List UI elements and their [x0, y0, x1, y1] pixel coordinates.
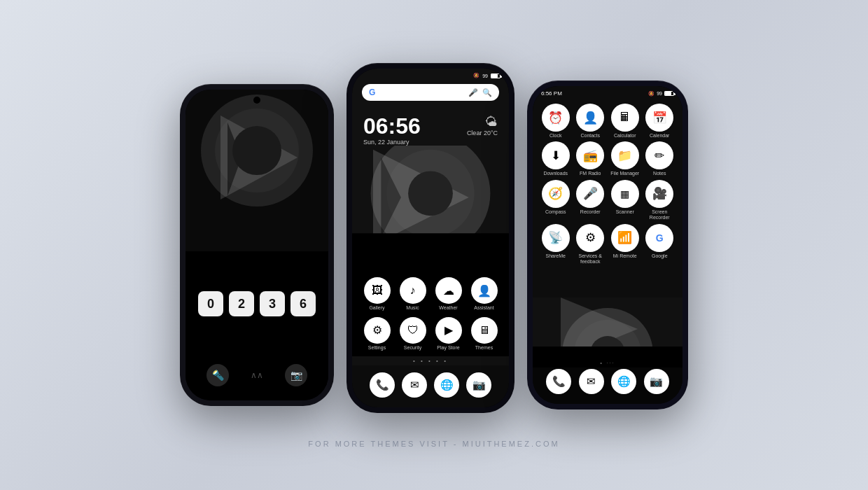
- calculator-label: Calculator: [614, 133, 636, 139]
- settings-icon: ⚙: [364, 317, 391, 344]
- lock-bottom-icons: 🔦 ∧∧ 📷: [186, 364, 328, 386]
- search-bar[interactable]: G 🎤 🔍: [362, 84, 499, 101]
- drawer-signal-icon: 🔕: [648, 91, 654, 97]
- notes-icon: ✏: [645, 141, 673, 169]
- lock-indicator: ∧∧: [251, 370, 263, 380]
- app-services[interactable]: ⚙ Services & feedback: [573, 224, 608, 265]
- app-recorder[interactable]: 🎤 Recorder: [573, 180, 608, 221]
- app-gallery[interactable]: 🖼 Gallery: [360, 277, 394, 311]
- app-music[interactable]: ♪ Music: [396, 277, 430, 311]
- drawer-row-3: 🧭 Compass 🎤 Recorder ▦ Scanner 🎥: [538, 180, 677, 221]
- calculator-icon: 🖩: [611, 104, 639, 132]
- google-app-icon: G: [645, 224, 673, 252]
- weather-temp: Clear 20°C: [467, 130, 498, 136]
- services-icon: ⚙: [576, 224, 604, 252]
- app-scanner[interactable]: ▦ Scanner: [608, 180, 643, 221]
- dock-phone-icon[interactable]: 📞: [370, 372, 395, 398]
- services-label: Services & feedback: [573, 253, 608, 265]
- app-notes[interactable]: ✏ Notes: [643, 141, 678, 176]
- svg-point-5: [232, 126, 281, 175]
- phones-container: 0 2 3 6 🔦 ∧∧ 📷 🔕 99: [180, 77, 688, 413]
- app-calendar[interactable]: 📅 Calendar: [643, 104, 678, 139]
- app-screen-recorder[interactable]: 🎥 Screen Recorder: [643, 180, 678, 221]
- downloads-icon: ⬇: [542, 141, 570, 169]
- svg-point-11: [408, 171, 453, 216]
- playstore-icon: ▶: [435, 317, 462, 344]
- filemanager-label: File Manager: [610, 171, 639, 176]
- compass-label: Compass: [545, 209, 566, 215]
- themes-label: Themes: [475, 345, 493, 351]
- phone-right: 6:56 PM 🔕 99 ⏰ Clock: [527, 80, 688, 410]
- home-abstract: [352, 146, 509, 273]
- drawer-screen: 6:56 PM 🔕 99 ⏰ Clock: [533, 86, 682, 404]
- app-compass[interactable]: 🧭 Compass: [538, 180, 573, 221]
- assistant-icon: 👤: [471, 277, 498, 304]
- app-contacts[interactable]: 👤 Contacts: [573, 104, 608, 139]
- recorder-label: Recorder: [580, 209, 601, 215]
- dock-messages-icon[interactable]: ✉: [402, 372, 427, 398]
- app-fmradio[interactable]: 📻 FM Radio: [573, 141, 608, 176]
- home-weather: 🌤 Clear 20°C: [467, 115, 498, 136]
- app-weather[interactable]: ☁ Weather: [432, 277, 465, 311]
- app-themes[interactable]: 🖥 Themes: [468, 317, 501, 351]
- dock-browser-icon[interactable]: 🌐: [434, 372, 459, 398]
- downloads-label: Downloads: [543, 171, 568, 176]
- app-playstore[interactable]: ▶ Play Store: [432, 317, 465, 351]
- app-shareme[interactable]: 📡 ShareMe: [538, 224, 573, 265]
- fmradio-icon: 📻: [576, 141, 604, 169]
- app-clock[interactable]: ⏰ Clock: [538, 104, 573, 139]
- weather-label: Weather: [439, 305, 457, 311]
- app-assistant[interactable]: 👤 Assistant: [468, 277, 501, 311]
- google-logo: G: [369, 88, 375, 97]
- digit-6: 6: [290, 291, 316, 316]
- phone-left: 0 2 3 6 🔦 ∧∧ 📷: [180, 84, 334, 406]
- drawer-dock-camera[interactable]: 📷: [644, 369, 669, 394]
- home-screen-content: 🔕 99 G 🎤 🔍 06:56 S: [352, 69, 509, 407]
- drawer-row-2: ⬇ Downloads 📻 FM Radio 📁 File Manager: [538, 141, 677, 176]
- filemanager-icon: 📁: [611, 141, 639, 169]
- home-screen: 🔕 99 G 🎤 🔍 06:56 S: [352, 69, 509, 407]
- app-settings[interactable]: ⚙ Settings: [360, 317, 394, 351]
- camera-lock-icon[interactable]: 📷: [285, 364, 307, 386]
- compass-icon: 🧭: [542, 180, 570, 208]
- app-security[interactable]: 🛡 Security: [396, 317, 430, 351]
- battery-icon-center: [491, 74, 500, 78]
- playstore-label: Play Store: [437, 345, 459, 351]
- home-date: Sun, 22 January: [363, 139, 421, 146]
- flashlight-icon[interactable]: 🔦: [206, 364, 229, 386]
- fmradio-label: FM Radio: [580, 171, 601, 176]
- mic-icon[interactable]: 🎤: [468, 88, 478, 97]
- shareme-icon: 📡: [542, 224, 570, 252]
- app-downloads[interactable]: ⬇ Downloads: [538, 141, 573, 176]
- home-dock: 📞 ✉ 🌐 📷: [352, 365, 509, 407]
- calendar-icon: 📅: [645, 104, 673, 132]
- dock-camera-icon[interactable]: 📷: [466, 372, 491, 398]
- weather-app-icon: ☁: [435, 277, 462, 304]
- home-status-bar: 🔕 99: [352, 69, 509, 80]
- contacts-label: Contacts: [580, 133, 600, 139]
- drawer-dock-phone[interactable]: 📞: [546, 369, 571, 394]
- battery-percent: 99: [482, 74, 488, 78]
- scanner-icon: ▦: [611, 180, 639, 208]
- app-google[interactable]: G Google: [643, 224, 678, 265]
- google-label: Google: [652, 253, 668, 259]
- home-time: 06:56: [363, 115, 421, 137]
- digit-2: 2: [229, 291, 254, 316]
- drawer-time: 6:56 PM: [541, 90, 562, 97]
- drawer-status-bar: 6:56 PM 🔕 99: [533, 86, 682, 98]
- calendar-label: Calendar: [650, 133, 669, 139]
- screen-recorder-label: Screen Recorder: [643, 209, 678, 221]
- scanner-label: Scanner: [616, 209, 634, 215]
- drawer-dock-browser[interactable]: 🌐: [611, 369, 636, 394]
- miremote-label: Mi Remote: [613, 253, 637, 259]
- drawer-dock-messages[interactable]: ✉: [579, 369, 604, 394]
- app-calculator[interactable]: 🖩 Calculator: [608, 104, 643, 139]
- svg-rect-12: [352, 233, 509, 273]
- gallery-icon: 🖼: [364, 277, 391, 304]
- drawer-dots: • ···: [533, 360, 682, 366]
- lens-icon[interactable]: 🔍: [482, 88, 492, 97]
- digit-3: 3: [260, 291, 285, 316]
- app-filemanager[interactable]: 📁 File Manager: [608, 141, 643, 176]
- clock-label: Clock: [550, 133, 562, 139]
- app-miremote[interactable]: 📶 Mi Remote: [608, 224, 643, 265]
